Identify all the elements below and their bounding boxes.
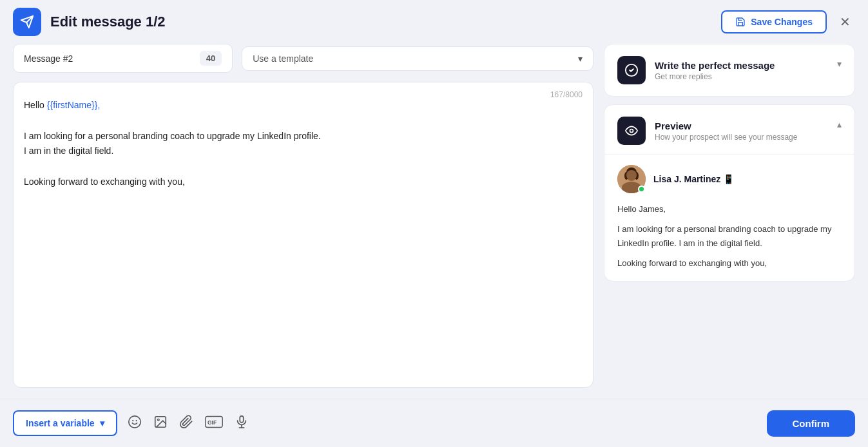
- firstname-variable: {{firstName}},: [47, 100, 101, 110]
- svg-point-3: [626, 171, 637, 181]
- header: Edit message 1/2 Save Changes ✕: [0, 0, 868, 44]
- svg-rect-16: [240, 415, 244, 422]
- message-editor[interactable]: 167/8000 Hello {{firstName}}, I am looki…: [13, 82, 593, 388]
- message-line1: I am looking for a personal branding coa…: [24, 129, 583, 144]
- insert-variable-chevron-icon: ▾: [100, 418, 104, 428]
- preview-user: Lisa J. Martinez 📱: [617, 165, 842, 193]
- message-label: Message #2: [24, 53, 73, 64]
- char-counter: 167/8000: [550, 90, 583, 99]
- preview-card: Preview How your prospect will see your …: [604, 104, 855, 281]
- chevron-down-icon: ▾: [578, 53, 583, 64]
- template-dropdown-text: Use a template: [253, 53, 313, 64]
- collapse-icon[interactable]: ▾: [837, 59, 842, 69]
- confirm-button[interactable]: Confirm: [767, 410, 856, 437]
- card-icon-title: Write the perfect message Get more repli…: [617, 56, 775, 84]
- write-perfect-title-group: Write the perfect message Get more repli…: [655, 60, 775, 81]
- right-panel: Write the perfect message Get more repli…: [604, 44, 855, 388]
- svg-point-8: [635, 172, 639, 180]
- header-right: Save Changes ✕: [721, 10, 855, 33]
- preview-card-header: Preview How your prospect will see your …: [604, 105, 854, 155]
- preview-card-icon-title: Preview How your prospect will see your …: [617, 117, 797, 145]
- preview-message-text: Hello James, I am looking for a personal…: [617, 202, 842, 271]
- write-perfect-title: Write the perfect message: [655, 60, 775, 71]
- save-changes-label: Save Changes: [751, 17, 813, 27]
- svg-point-1: [630, 129, 633, 133]
- svg-text:GIF: GIF: [207, 419, 217, 425]
- write-perfect-card-header: Write the perfect message Get more repli…: [617, 56, 842, 84]
- preview-subtitle: How your prospect will see your message: [655, 133, 797, 142]
- checkmark-icon: [617, 56, 646, 84]
- svg-point-5: [628, 172, 635, 180]
- message-label-box: Message #2 40: [13, 44, 233, 73]
- logo-icon: [13, 8, 41, 36]
- emoji-icon[interactable]: [128, 415, 142, 432]
- microphone-icon[interactable]: [235, 415, 249, 432]
- avatar-wrapper: [617, 165, 646, 193]
- preview-title: Preview: [655, 120, 797, 131]
- gif-icon[interactable]: GIF: [205, 415, 223, 432]
- save-changes-button[interactable]: Save Changes: [721, 10, 827, 33]
- preview-line3: Looking forward to exchanging with you,: [617, 256, 842, 270]
- left-panel: Message #2 40 Use a template ▾ 167/8000 …: [13, 44, 593, 388]
- message-greeting-line: Hello {{firstName}},: [24, 98, 583, 113]
- write-perfect-card: Write the perfect message Get more repli…: [604, 44, 855, 97]
- image-icon[interactable]: [153, 415, 168, 432]
- main-content: Message #2 40 Use a template ▾ 167/8000 …: [0, 44, 868, 394]
- char-count-badge: 40: [200, 51, 222, 66]
- toolbar-icons: GIF: [128, 415, 249, 432]
- preview-line2: I am looking for a personal branding coa…: [617, 222, 842, 250]
- message-line2: I am in the digital field.: [24, 144, 583, 159]
- controls-row: Message #2 40 Use a template ▾: [13, 44, 593, 73]
- svg-point-7: [624, 172, 628, 180]
- preview-collapse-icon[interactable]: ▴: [837, 119, 842, 129]
- header-left: Edit message 1/2: [13, 8, 166, 36]
- toolbar-left: Insert a variable ▾: [13, 410, 249, 436]
- insert-variable-button[interactable]: Insert a variable ▾: [13, 410, 117, 436]
- message-body: Hello {{firstName}}, I am looking for a …: [24, 93, 583, 190]
- attachment-icon[interactable]: [179, 415, 193, 432]
- svg-point-6: [626, 167, 637, 176]
- template-dropdown[interactable]: Use a template ▾: [242, 46, 593, 71]
- write-perfect-subtitle: Get more replies: [655, 72, 775, 81]
- preview-user-name: Lisa J. Martinez 📱: [653, 174, 734, 184]
- greeting-text: Hello: [24, 100, 47, 110]
- insert-variable-label: Insert a variable: [26, 418, 95, 428]
- eye-icon: [617, 117, 646, 145]
- svg-point-9: [128, 415, 140, 427]
- close-button[interactable]: ✕: [834, 12, 855, 32]
- preview-line1: Hello James,: [617, 202, 842, 216]
- preview-title-group: Preview How your prospect will see your …: [655, 120, 797, 142]
- bottom-toolbar: Insert a variable ▾: [0, 399, 868, 447]
- online-indicator: [638, 185, 645, 193]
- preview-body: Lisa J. Martinez 📱 Hello James, I am loo…: [604, 155, 854, 281]
- svg-point-13: [157, 419, 159, 421]
- message-line3: Looking forward to exchanging with you,: [24, 175, 583, 190]
- page-title: Edit message 1/2: [50, 14, 166, 30]
